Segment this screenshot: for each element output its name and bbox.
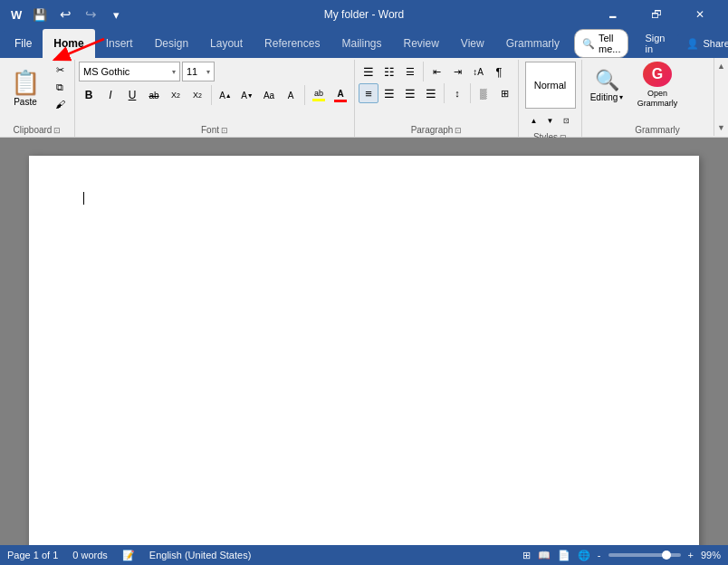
increase-font-button[interactable]: A▲: [216, 85, 235, 105]
grammarly-label: Grammarly: [635, 123, 680, 137]
bullets-button[interactable]: ☰: [359, 62, 378, 81]
ribbon-scroll-up[interactable]: ▲: [717, 62, 725, 71]
sort-button[interactable]: ↕A: [468, 62, 488, 81]
styles-expand[interactable]: ⊡: [560, 110, 574, 130]
page-info: Page 1 of 1: [7, 550, 58, 560]
font-color-bar: [334, 100, 347, 102]
zoom-level[interactable]: 99%: [701, 550, 721, 560]
open-grammarly-button[interactable]: G OpenGrammarly: [635, 62, 680, 109]
normal-style-label: Normal: [534, 80, 566, 91]
share-button[interactable]: 👤 Share: [677, 34, 728, 53]
show-paragraph-button[interactable]: ¶: [489, 62, 509, 81]
format-painter-icon: 🖌: [55, 99, 65, 110]
font-size-selector[interactable]: 11 ▾: [182, 62, 215, 81]
clear-format-button[interactable]: A: [281, 85, 301, 105]
web-layout-icon[interactable]: 🌐: [578, 550, 590, 561]
italic-button[interactable]: I: [101, 85, 120, 105]
multilevel-button[interactable]: ☰: [400, 62, 420, 81]
format-painter-button[interactable]: 🖌: [49, 96, 71, 112]
borders-button[interactable]: ⊞: [494, 83, 514, 103]
ribbon-scroll-down[interactable]: ▼: [717, 123, 725, 132]
title-bar: W 💾 ↩ ↪ ▾ My folder - Word 🗕 🗗 ✕: [0, 0, 728, 29]
strikethrough-button[interactable]: ab: [144, 85, 164, 105]
font-expand[interactable]: ⊡: [221, 126, 228, 135]
read-mode-icon[interactable]: 📖: [538, 550, 551, 561]
customize-qat-button[interactable]: ▾: [105, 4, 127, 25]
tab-view[interactable]: View: [450, 29, 495, 58]
language-label[interactable]: English (United States): [149, 550, 252, 560]
sign-in-button[interactable]: Sign in: [637, 30, 672, 57]
align-center-button[interactable]: ☰: [379, 83, 399, 103]
tab-mailings[interactable]: Mailings: [330, 29, 392, 58]
para-divider2: [444, 83, 445, 103]
paste-button[interactable]: 📋 Paste: [4, 62, 47, 114]
editing-button[interactable]: 🔍 Editing ▾: [586, 62, 627, 109]
proofing-icon[interactable]: 📝: [122, 550, 135, 561]
tab-home[interactable]: Home: [43, 29, 94, 58]
tab-file[interactable]: File: [4, 29, 43, 58]
font-name-selector[interactable]: MS Gothic ▾: [79, 62, 180, 81]
undo-button[interactable]: ↩: [54, 4, 76, 25]
font-group: MS Gothic ▾ 11 ▾ B I U ab X2 X2 A▲ A▼ Aa: [75, 60, 355, 137]
justify-button[interactable]: ☰: [421, 83, 441, 103]
document-page[interactable]: [29, 156, 699, 545]
tell-me-search[interactable]: 🔍 Tell me...: [574, 29, 628, 58]
superscript-button[interactable]: X2: [187, 85, 207, 105]
word-count: 0 words: [72, 550, 108, 560]
tab-grammarly[interactable]: Grammarly: [495, 29, 570, 58]
tab-insert[interactable]: Insert: [95, 29, 144, 58]
decrease-font-button[interactable]: A▼: [237, 85, 257, 105]
zoom-slider[interactable]: [608, 553, 681, 557]
underline-button[interactable]: U: [122, 85, 142, 105]
tab-review[interactable]: Review: [392, 29, 449, 58]
focus-icon[interactable]: ⊞: [522, 550, 531, 561]
numbering-button[interactable]: ☷: [379, 62, 399, 81]
minimize-button[interactable]: 🗕: [592, 0, 634, 29]
zoom-plus[interactable]: +: [688, 550, 694, 560]
editing-group: 🔍 Editing ▾ _: [582, 60, 631, 137]
status-bar-right: ⊞ 📖 📄 🌐 - + 99%: [522, 550, 721, 561]
styles-area: Normal ▲ ▼ ⊡: [523, 62, 578, 130]
font-divider: [211, 85, 212, 105]
para-row1: ☰ ☷ ☰ ⇤ ⇥ ↕A ¶: [359, 62, 509, 81]
styles-scroll-up[interactable]: ▲: [527, 110, 541, 130]
tab-design[interactable]: Design: [144, 29, 199, 58]
zoom-minus[interactable]: -: [598, 550, 601, 560]
text-highlight-button[interactable]: ab: [309, 85, 329, 105]
paste-icon: 📋: [11, 69, 40, 97]
grammarly-group: G OpenGrammarly Grammarly: [631, 60, 684, 137]
paragraph-expand[interactable]: ⊡: [455, 126, 462, 135]
shading-button[interactable]: ▒: [474, 83, 493, 103]
align-right-button[interactable]: ☰: [400, 83, 420, 103]
font-color-button[interactable]: A: [330, 85, 350, 105]
styles-scroll-down[interactable]: ▼: [543, 110, 558, 130]
ribbon-tabs: File Home Insert Design Layout Reference…: [0, 29, 728, 58]
title-text: My folder - Word: [324, 8, 404, 21]
save-button[interactable]: 💾: [29, 4, 51, 25]
change-case-button[interactable]: Aa: [259, 85, 279, 105]
highlight-icon: ab: [314, 89, 323, 98]
bold-button[interactable]: B: [79, 85, 99, 105]
text-cursor: [83, 192, 84, 205]
tell-me-label: Tell me...: [599, 33, 620, 54]
copy-button[interactable]: ⧉: [49, 79, 71, 95]
redo-button[interactable]: ↪: [80, 4, 101, 25]
open-grammarly-label: OpenGrammarly: [637, 89, 678, 109]
document-container[interactable]: [0, 138, 728, 545]
tab-layout[interactable]: Layout: [199, 29, 254, 58]
line-spacing-button[interactable]: ↕: [447, 83, 467, 103]
clipboard-expand[interactable]: ⊡: [53, 126, 61, 135]
cut-button[interactable]: ✂: [49, 62, 71, 78]
font-name-value: MS Gothic: [83, 66, 129, 77]
close-button[interactable]: ✕: [679, 0, 721, 29]
tab-references[interactable]: References: [254, 29, 330, 58]
print-layout-icon[interactable]: 📄: [558, 550, 570, 561]
subscript-button[interactable]: X2: [166, 85, 186, 105]
title-bar-left: W 💾 ↩ ↪ ▾: [7, 4, 127, 25]
restore-button[interactable]: 🗗: [636, 0, 677, 29]
increase-indent-button[interactable]: ⇥: [447, 62, 467, 81]
decrease-indent-button[interactable]: ⇤: [426, 62, 446, 81]
styles-gallery[interactable]: Normal: [525, 62, 576, 109]
align-left-button[interactable]: ≡: [359, 83, 378, 103]
ribbon-scroll: ▲ ▼: [714, 58, 728, 136]
